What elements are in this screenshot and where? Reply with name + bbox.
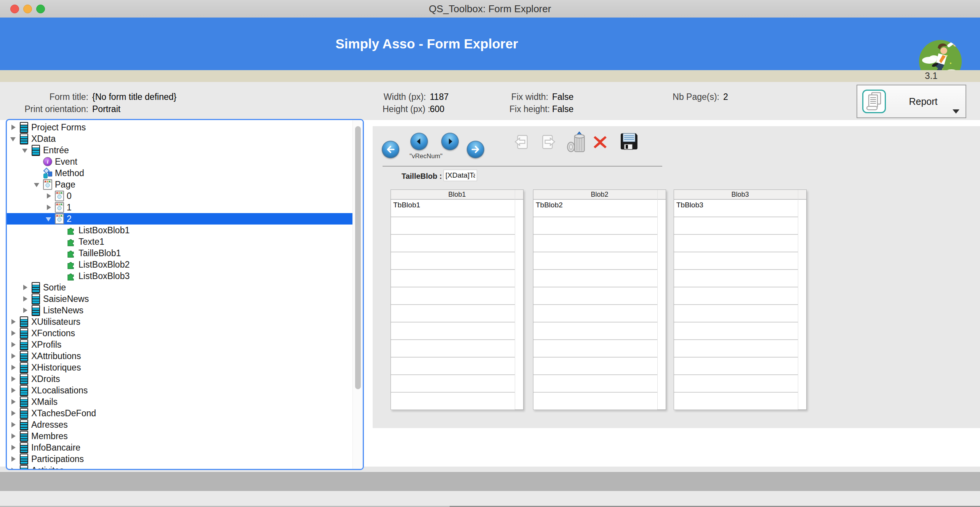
tree-item-listenews[interactable]: ListeNews	[7, 305, 353, 316]
delete-record-button[interactable]	[566, 131, 586, 152]
tree-item-saisienews[interactable]: SaisieNews	[7, 293, 353, 305]
listbox-row[interactable]	[674, 393, 798, 410]
cancel-button[interactable]	[592, 135, 608, 150]
listbox-column-header[interactable]: Blob1	[391, 190, 523, 200]
listbox-row[interactable]	[674, 305, 798, 322]
tree-item-entre-e[interactable]: Entrée	[7, 144, 353, 156]
disclosure-triangle-icon[interactable]	[10, 341, 17, 348]
last-record-button[interactable]	[467, 141, 484, 158]
tree-item-xtachesdefond[interactable]: XTachesDeFond	[7, 408, 353, 419]
tree-item-tailleblob1[interactable]: TailleBlob1	[7, 247, 353, 259]
tree-item-adresses[interactable]: Adresses	[7, 419, 353, 430]
tree-item-xprofils[interactable]: XProfils	[7, 339, 353, 350]
listbox-row[interactable]	[533, 235, 657, 252]
listbox-row[interactable]	[533, 340, 657, 358]
listbox-row[interactable]	[674, 375, 798, 393]
listbox-row[interactable]	[533, 393, 657, 410]
tree-item-event[interactable]: Event	[7, 156, 353, 167]
disclosure-triangle-icon[interactable]	[22, 147, 29, 154]
listbox-row[interactable]	[533, 252, 657, 270]
next-record-button[interactable]	[441, 133, 459, 150]
listbox-row[interactable]	[533, 287, 657, 305]
tree-item-listboxblob1[interactable]: ListBoxBlob1	[7, 225, 353, 236]
tree-item-project-forms[interactable]: Project Forms	[7, 122, 353, 133]
tree-item-xdata[interactable]: XData	[7, 133, 353, 144]
listbox-blob1[interactable]: Blob1TbBlob1	[391, 189, 524, 410]
listbox-row[interactable]	[533, 270, 657, 287]
listbox-row[interactable]	[674, 322, 798, 340]
tree-item-xmails[interactable]: XMails	[7, 396, 353, 408]
disclosure-triangle-icon[interactable]	[10, 124, 17, 131]
disclosure-triangle-icon[interactable]	[45, 193, 52, 199]
tree-item-texte1[interactable]: Texte1	[7, 236, 353, 247]
listbox-blob2[interactable]: Blob2TbBlob2	[533, 189, 666, 410]
tree-item-xhistoriques[interactable]: XHistoriques	[7, 362, 353, 373]
tree-item-xutilisateurs[interactable]: XUtilisateurs	[7, 316, 353, 327]
listbox-column-header[interactable]: Blob3	[674, 190, 806, 200]
tree-item-2[interactable]: 2	[7, 213, 353, 225]
report-button[interactable]: Report	[857, 85, 966, 118]
tree-item-activites[interactable]: Activites	[7, 465, 353, 469]
tree-scrollbar-track[interactable]	[352, 120, 363, 469]
listbox-row[interactable]	[533, 217, 657, 235]
disclosure-triangle-icon[interactable]	[34, 181, 40, 188]
listbox-row[interactable]: TbBlob1	[391, 200, 515, 217]
first-record-button[interactable]	[382, 141, 399, 158]
disclosure-triangle-icon[interactable]	[10, 456, 17, 462]
tree-item-1[interactable]: 1	[7, 202, 353, 213]
next-page-button[interactable]	[540, 133, 557, 151]
listbox-row[interactable]	[391, 217, 515, 235]
disclosure-triangle-icon[interactable]	[45, 204, 52, 211]
listbox-row[interactable]	[391, 305, 515, 322]
disclosure-triangle-icon[interactable]	[22, 284, 29, 291]
tree-item-0[interactable]: 0	[7, 190, 353, 202]
listbox-row[interactable]	[391, 340, 515, 358]
tree-item-infobancaire[interactable]: InfoBancaire	[7, 442, 353, 453]
listbox-row[interactable]: TbBlob2	[533, 200, 657, 217]
disclosure-triangle-icon[interactable]	[10, 398, 17, 405]
listbox-row[interactable]	[391, 252, 515, 270]
listbox-row[interactable]	[674, 252, 798, 270]
tree-item-membres[interactable]: Membres	[7, 430, 353, 442]
disclosure-triangle-icon[interactable]	[10, 330, 17, 337]
disclosure-triangle-icon[interactable]	[10, 364, 17, 371]
tree-item-page[interactable]: Page	[7, 179, 353, 190]
listbox-blob3[interactable]: Blob3TbBlob3	[674, 189, 807, 410]
previous-record-button[interactable]	[410, 133, 428, 150]
disclosure-triangle-icon[interactable]	[22, 307, 29, 314]
save-record-button[interactable]	[619, 132, 639, 151]
listbox-row[interactable]	[674, 217, 798, 235]
listbox-row[interactable]	[533, 358, 657, 375]
listbox-row[interactable]	[391, 287, 515, 305]
listbox-row[interactable]	[391, 393, 515, 410]
listbox-row[interactable]	[391, 235, 515, 252]
tree-item-xdroits[interactable]: XDroits	[7, 373, 353, 385]
disclosure-triangle-icon[interactable]	[45, 215, 52, 222]
tree-scrollbar-thumb[interactable]	[355, 126, 361, 389]
report-dropdown-caret[interactable]	[953, 109, 959, 114]
listbox-row[interactable]	[674, 287, 798, 305]
disclosure-triangle-icon[interactable]	[10, 353, 17, 359]
listbox-row[interactable]	[533, 322, 657, 340]
disclosure-triangle-icon[interactable]	[10, 375, 17, 382]
listbox-row[interactable]	[674, 358, 798, 375]
tree-item-sortie[interactable]: Sortie	[7, 282, 353, 293]
disclosure-triangle-icon[interactable]	[10, 433, 17, 440]
listbox-row[interactable]	[391, 358, 515, 375]
tailleblob-field-input[interactable]	[444, 170, 477, 181]
disclosure-triangle-icon[interactable]	[10, 467, 17, 469]
listbox-row[interactable]	[533, 375, 657, 393]
listbox-row[interactable]	[391, 270, 515, 287]
disclosure-triangle-icon[interactable]	[10, 135, 17, 142]
disclosure-triangle-icon[interactable]	[10, 421, 17, 428]
listbox-row[interactable]	[391, 322, 515, 340]
tree-item-participations[interactable]: Participations	[7, 453, 353, 465]
disclosure-triangle-icon[interactable]	[10, 444, 17, 451]
listbox-row[interactable]	[391, 375, 515, 393]
listbox-row[interactable]	[674, 270, 798, 287]
tree-item-xattributions[interactable]: XAttributions	[7, 350, 353, 362]
listbox-row[interactable]: TbBlob3	[674, 200, 798, 217]
disclosure-triangle-icon[interactable]	[22, 295, 29, 302]
previous-page-button[interactable]	[512, 133, 530, 151]
listbox-row[interactable]	[674, 235, 798, 252]
